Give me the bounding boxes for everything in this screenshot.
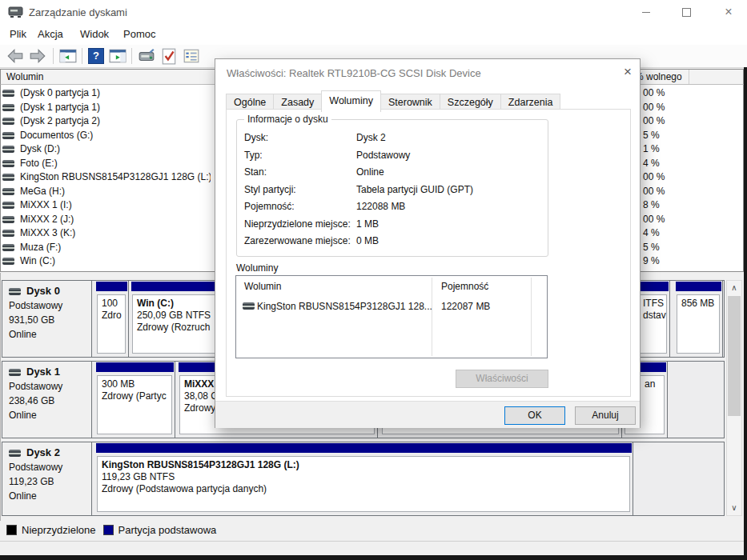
volume-row[interactable]: (Dysk 1 partycja 1) — [2, 102, 211, 115]
volume-row[interactable]: (Dysk 0 partycja 1) — [2, 87, 211, 101]
close-button[interactable]: × — [715, 6, 742, 19]
disk-info-fields: Dysk:Dysk 2Typ:PodstawowyStan:OnlineStyl… — [236, 119, 548, 257]
info-field-label: Stan: — [244, 166, 267, 178]
dialog-close-icon[interactable]: × — [619, 64, 637, 80]
volume-row[interactable]: Muza (F:) — [2, 242, 211, 255]
disk0-label[interactable]: Dysk 0 Podstawowy 931,50 GB Online — [2, 281, 92, 357]
action-pane-icon[interactable] — [109, 47, 127, 65]
window-title: Zarządzanie dyskami — [29, 6, 127, 18]
dialog-list-column-volume[interactable]: Wolumin — [244, 281, 281, 292]
volume-row[interactable]: Foto (E:) — [2, 158, 211, 171]
volume-label: Win (C:) — [20, 255, 55, 266]
info-field-value: 0 MB — [356, 235, 379, 246]
volume-label: MiXXX 2 (J:) — [20, 214, 74, 225]
volume-free-percent: 9 % — [643, 255, 660, 269]
check-document-icon[interactable] — [160, 47, 178, 65]
volume-label: Documentos (G:) — [20, 130, 93, 141]
volume-row[interactable]: MiXXX 2 (J:) — [2, 214, 211, 227]
volume-row[interactable]: (Dysk 2 partycja 2) — [2, 115, 211, 129]
info-field-label: Typ: — [244, 150, 263, 161]
volume-column-header[interactable]: Wolumin — [6, 71, 43, 82]
volume-row[interactable]: MiXXX 1 (I:) — [2, 199, 211, 213]
menu-plik[interactable]: Plik — [10, 28, 26, 40]
info-field-value: Online — [356, 166, 384, 178]
volume-icon — [2, 188, 14, 195]
disk2-label[interactable]: Dysk 2 Podstawowy 119,23 GB Online — [2, 442, 92, 515]
volume-free-percent: 4 % — [643, 158, 660, 171]
volume-free-percent: 00 % — [643, 87, 665, 101]
maximize-button[interactable] — [673, 6, 700, 19]
partition-color-bar — [96, 443, 632, 453]
toolbar-separator — [53, 48, 54, 64]
volume-row[interactable]: MiXXX 3 (K:) — [2, 227, 211, 241]
scroll-down-icon[interactable]: ∨ — [727, 502, 741, 514]
back-icon[interactable] — [6, 47, 24, 65]
scrollbar-thumb[interactable] — [728, 296, 741, 416]
volume-label: Dysk (D:) — [20, 143, 60, 154]
forward-icon[interactable] — [29, 47, 46, 65]
disk-icon — [9, 450, 21, 457]
legend-item: Nieprzydzielone — [6, 524, 96, 536]
partition-color-bar — [96, 282, 127, 291]
info-field-label: Nieprzydzielone miejsce: — [244, 218, 351, 230]
menu-widok[interactable]: Widok — [80, 28, 109, 40]
dialog-list-column-capacity[interactable]: Pojemność — [441, 281, 488, 292]
volume-row[interactable]: Dysk (D:) — [2, 143, 211, 157]
info-field-value: Dysk 2 — [356, 132, 386, 143]
scroll-up-icon[interactable]: ∧ — [727, 282, 741, 294]
menu-pomoc[interactable]: Pomoc — [123, 28, 155, 40]
status-divider — [0, 541, 747, 542]
partition[interactable]: 100 Zdro — [95, 281, 129, 357]
cancel-button[interactable]: Anuluj — [575, 406, 636, 425]
partition-legend: NieprzydzielonePartycja podstawowa — [6, 524, 216, 536]
volume-label: Muza (F:) — [20, 242, 61, 253]
menu-bar: Plik Akcja Widok Pomoc — [0, 24, 747, 45]
info-field-label: Dysk: — [244, 132, 268, 143]
partition-color-bar — [676, 282, 721, 291]
volumes-section-label: Woluminy — [236, 262, 278, 274]
properties-dialog: Właściwości: Realtek RTL9210B-CG SCSI Di… — [215, 58, 641, 428]
legend-color-swatch — [6, 525, 17, 535]
toolbar-separator — [82, 48, 82, 64]
partition[interactable]: 300 MB Zdrowy (Partyc — [95, 362, 175, 438]
toolbar-separator — [131, 48, 132, 64]
volume-label: MiXXX 3 (K:) — [20, 227, 75, 238]
volume-free-percent: 00 % — [643, 171, 665, 185]
partition[interactable]: KingSton RBUSNS8154P3128GJ1 128G (L:) 11… — [95, 442, 633, 515]
volume-free-percent: 5 % — [643, 242, 660, 255]
volume-icon — [2, 132, 14, 139]
dialog-volume-list[interactable]: Wolumin Pojemność KingSton RBUSNS8154P31… — [235, 275, 548, 358]
app-icon — [8, 6, 23, 18]
partition[interactable]: 856 MB — [675, 281, 723, 357]
console-tree-icon[interactable] — [59, 47, 77, 65]
disk-row-2: Dysk 2 Podstawowy 119,23 GB Online KingS… — [2, 442, 725, 516]
volume-row[interactable]: KingSton RBUSNS8154P3128GJ1 128G (L:) — [2, 171, 211, 185]
rescan-disks-icon[interactable] — [138, 47, 155, 65]
volume-row[interactable]: Win (C:) — [2, 255, 211, 269]
menu-akcja[interactable]: Akcja — [38, 28, 63, 40]
volume-label: (Dysk 2 partycja 2) — [20, 115, 100, 126]
info-field-label: Pojemność: — [244, 201, 295, 212]
minimize-button[interactable] — [633, 6, 660, 19]
free-percent-column-header[interactable]: % wolnego — [635, 71, 682, 82]
legend-item: Partycja podstawowa — [103, 524, 217, 536]
volume-icon — [2, 258, 14, 265]
volume-icon — [2, 244, 14, 251]
volume-free-percent: 00 % — [643, 186, 665, 199]
properties-list-icon[interactable] — [183, 47, 200, 65]
window-bottom-edge — [0, 555, 747, 560]
volume-icon — [2, 90, 14, 97]
help-icon[interactable]: ? — [88, 48, 104, 64]
volume-icon — [2, 104, 14, 111]
dialog-list-row-capacity: 122087 MB — [441, 301, 490, 312]
volume-label: KingSton RBUSNS8154P3128GJ1 128G (L:) — [20, 171, 211, 182]
tab-woluminy[interactable]: Woluminy — [321, 90, 381, 112]
ok-button[interactable]: OK — [504, 406, 565, 425]
volume-row[interactable]: MeGa (H:) — [2, 186, 211, 199]
disk1-label[interactable]: Dysk 1 Podstawowy 238,46 GB Online — [2, 362, 92, 438]
info-field-value: 122088 MB — [356, 201, 405, 212]
dialog-list-row-volume[interactable]: KingSton RBUSNS8154P3128GJ1 128... — [257, 301, 432, 312]
volume-row[interactable]: Documentos (G:) — [2, 130, 211, 143]
volume-icon — [2, 230, 14, 237]
vertical-scrollbar[interactable]: ∧ ∨ — [726, 280, 742, 516]
